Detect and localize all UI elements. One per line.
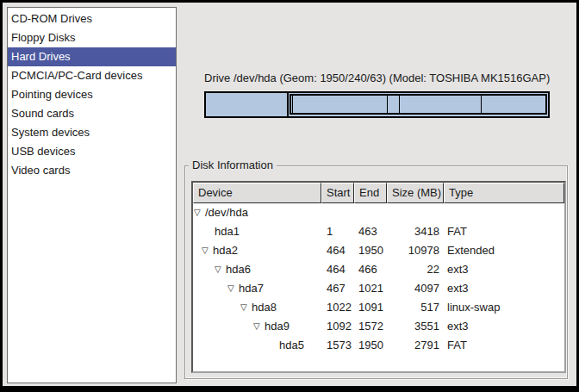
start-cell: 464 [321, 241, 354, 260]
start-cell: 1573 [321, 336, 354, 355]
column-header-size[interactable]: Size (MB) [387, 183, 444, 203]
size-cell: 517 [387, 298, 444, 317]
sidebar-item-label: Sound cards [11, 107, 74, 120]
sidebar-item-label: USB devices [11, 145, 75, 158]
device-cell: ▽hda7 [193, 279, 321, 298]
size-cell: 3551 [387, 317, 444, 336]
sidebar-item-cdrom-drives[interactable]: CD-ROM Drives [8, 9, 176, 28]
expander-triangle-icon[interactable]: ▽ [194, 208, 205, 217]
end-cell: 1950 [354, 241, 387, 260]
end-cell: 463 [354, 222, 387, 241]
table-row[interactable]: hda5157319502791FAT [193, 336, 564, 355]
start-cell: 464 [321, 260, 354, 279]
sidebar-item-sound-cards[interactable]: Sound cards [8, 104, 176, 123]
sidebar-item-floppy-disks[interactable]: Floppy Disks [8, 28, 176, 47]
type-cell: FAT [444, 336, 564, 355]
device-category-list: CD-ROM Drives Floppy Disks Hard Drives P… [7, 7, 177, 383]
expander-triangle-icon[interactable]: ▽ [227, 284, 239, 293]
sidebar-item-usb-devices[interactable]: USB devices [8, 142, 176, 161]
device-name: hda6 [226, 260, 251, 279]
device-name: hda2 [213, 241, 238, 260]
sidebar-item-hard-drives[interactable]: Hard Drives [8, 47, 176, 66]
table-row[interactable]: ▽hda746710214097ext3 [193, 279, 564, 298]
device-cell: ▽hda8 [193, 298, 321, 317]
table-row[interactable]: ▽/dev/hda [193, 203, 564, 222]
disk-information-frame: Disk Information Device Start End Size (… [184, 165, 568, 379]
end-cell: 1572 [354, 317, 387, 336]
device-name: hda7 [239, 279, 264, 298]
column-header-end[interactable]: End [354, 183, 387, 203]
column-header-device[interactable]: Device [193, 183, 321, 203]
expander-triangle-icon[interactable]: ▽ [202, 246, 213, 255]
size-cell: 3418 [387, 222, 444, 241]
expander-triangle-icon[interactable]: ▽ [253, 322, 265, 331]
type-cell: linux-swap [444, 298, 564, 317]
end-cell: 466 [354, 260, 387, 279]
table-row[interactable]: ▽hda9109215723551ext3 [193, 317, 564, 336]
sidebar-item-label: Floppy Disks [11, 31, 75, 44]
sidebar-item-system-devices[interactable]: System devices [8, 123, 176, 142]
main-panel: CD-ROM Drives Floppy Disks Hard Drives P… [3, 3, 576, 386]
device-name: hda5 [279, 336, 304, 355]
size-cell: 2791 [387, 336, 444, 355]
device-name: /dev/hda [205, 203, 248, 222]
frame-title: Disk Information [189, 159, 277, 172]
hardware-browser-window: CD-ROM Drives Floppy Disks Hard Drives P… [0, 0, 579, 392]
device-cell: ▽hda2 [193, 241, 321, 260]
sidebar-item-pointing-devices[interactable]: Pointing devices [8, 85, 176, 104]
type-cell: FAT [444, 222, 564, 241]
disk-table-body: ▽/dev/hdahda114633418FAT▽hda246419501097… [193, 203, 564, 355]
start-cell: 467 [321, 279, 354, 298]
sidebar-item-pcmcia-devices[interactable]: PCMCIA/PC-Card devices [8, 66, 176, 85]
table-row[interactable]: ▽hda810221091517linux-swap [193, 298, 564, 317]
sidebar-item-label: Video cards [11, 164, 70, 177]
sidebar-item-video-cards[interactable]: Video cards [8, 161, 176, 180]
device-cell: hda1 [193, 222, 321, 241]
column-header-type[interactable]: Type [444, 183, 564, 203]
table-row[interactable]: hda114633418FAT [193, 222, 564, 241]
partition-bar [204, 91, 550, 118]
end-cell: 1091 [354, 298, 387, 317]
device-cell: ▽/dev/hda [193, 203, 321, 222]
sidebar-item-label: CD-ROM Drives [11, 12, 92, 25]
start-cell: 1022 [321, 298, 354, 317]
sidebar-item-label: System devices [11, 126, 90, 139]
logical-partition-divider [399, 96, 400, 113]
column-header-start[interactable]: Start [321, 183, 354, 203]
table-row[interactable]: ▽hda2464195010978Extended [193, 241, 564, 260]
expander-triangle-icon[interactable]: ▽ [240, 303, 252, 312]
logical-partition-divider [387, 96, 388, 113]
sidebar-item-label: Hard Drives [11, 50, 71, 63]
start-cell: 1092 [321, 317, 354, 336]
sidebar-item-label: PCMCIA/PC-Card devices [11, 69, 142, 82]
type-cell: ext3 [444, 260, 564, 279]
device-cell: hda5 [193, 336, 321, 355]
disk-table: Device Start End Size (MB) Type ▽/dev/hd… [191, 181, 566, 373]
size-cell: 22 [387, 260, 444, 279]
end-cell: 1950 [354, 336, 387, 355]
expander-triangle-icon[interactable]: ▽ [215, 265, 226, 274]
sidebar-item-label: Pointing devices [11, 88, 93, 101]
device-cell: ▽hda9 [193, 317, 321, 336]
type-cell: ext3 [444, 279, 564, 298]
start-cell: 1 [321, 222, 354, 241]
device-name: hda1 [215, 222, 240, 241]
primary-partition-divider [287, 93, 289, 116]
device-cell: ▽hda6 [193, 260, 321, 279]
size-cell: 4097 [387, 279, 444, 298]
extended-partition-box [290, 94, 547, 115]
size-cell: 10978 [387, 241, 444, 260]
type-cell: Extended [444, 241, 564, 260]
disk-table-header: Device Start End Size (MB) Type [193, 183, 564, 203]
end-cell: 1021 [354, 279, 387, 298]
device-name: hda8 [252, 298, 277, 317]
drive-label: Drive /dev/hda (Geom: 1950/240/63) (Mode… [204, 71, 550, 85]
device-name: hda9 [265, 317, 290, 336]
size-cell [387, 203, 444, 222]
logical-partition-divider [292, 96, 293, 113]
type-cell: ext3 [444, 317, 564, 336]
type-cell [444, 203, 564, 222]
start-cell [321, 203, 354, 222]
table-row[interactable]: ▽hda646446622ext3 [193, 260, 564, 279]
end-cell [354, 203, 387, 222]
